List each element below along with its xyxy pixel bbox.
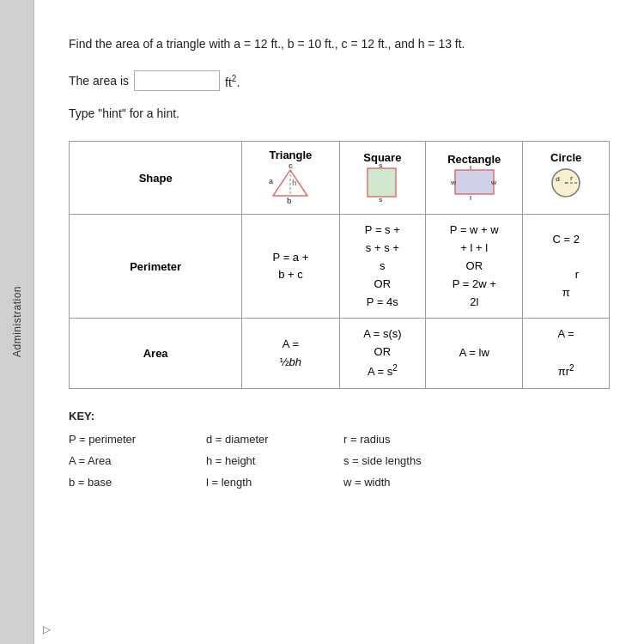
square-perimeter: P = s +s + s +sORP = 4s xyxy=(339,215,426,319)
col-circle-header: Circle r d xyxy=(523,142,610,215)
svg-text:s: s xyxy=(379,164,383,169)
svg-text:r: r xyxy=(570,174,573,182)
circle-perimeter: C = 2 rπ xyxy=(523,215,610,319)
svg-text:l: l xyxy=(470,166,471,171)
svg-text:s: s xyxy=(379,196,383,203)
svg-text:c: c xyxy=(289,161,293,170)
answer-label: The area is xyxy=(69,74,129,88)
problem-text: Find the area of a triangle with a = 12 … xyxy=(69,34,610,53)
key-area: A = Area xyxy=(69,451,206,472)
area-row: Area A = ½bh A = s(s)ORA = s2 A = lw xyxy=(70,319,610,389)
rectangle-perimeter: P = w + w+ l + lORP = 2w +2l xyxy=(426,215,523,319)
svg-text:w: w xyxy=(451,179,457,186)
answer-row: The area is ft2. xyxy=(69,70,610,91)
circle-area: A =πr2 xyxy=(523,319,610,389)
key-section: KEY: P = perimeter d = diameter r = radi… xyxy=(69,406,610,493)
page-nav-arrow[interactable]: ▷ xyxy=(43,623,51,635)
main-content: Find the area of a triangle with a = 12 … xyxy=(34,0,644,644)
col-triangle-header: Triangle a c b h xyxy=(242,142,339,215)
key-title: KEY: xyxy=(69,406,610,426)
circle-shape-icon: r d xyxy=(547,164,586,203)
key-width: w = width xyxy=(343,472,498,494)
rectangle-shape-icon: l l w w xyxy=(451,166,498,200)
col-rectangle-header: Rectangle l l w w xyxy=(426,142,523,215)
key-diameter: d = diameter xyxy=(206,429,343,451)
key-side: s = side lengths xyxy=(343,451,498,472)
key-height: h = height xyxy=(206,451,343,472)
square-shape-icon: s s xyxy=(363,164,402,203)
answer-unit: ft2. xyxy=(225,74,240,89)
sidebar-label: Administration xyxy=(11,286,23,357)
key-base: b = base xyxy=(69,472,206,494)
rectangle-area: A = lw xyxy=(426,319,523,389)
col-shape-header: Shape xyxy=(70,142,242,215)
nav-icon[interactable]: ▷ xyxy=(43,623,51,635)
answer-input[interactable] xyxy=(134,70,220,91)
key-grid: P = perimeter d = diameter r = radius A … xyxy=(69,429,610,493)
svg-text:d: d xyxy=(556,175,560,183)
triangle-area: A = ½bh xyxy=(242,319,339,389)
perimeter-row: Perimeter P = a +b + c P = s +s + s +sOR… xyxy=(70,215,610,319)
square-area: A = s(s)ORA = s2 xyxy=(339,319,426,389)
svg-text:l: l xyxy=(470,194,471,200)
hint-prompt: Type "hint" for a hint. xyxy=(69,106,610,120)
key-length: l = length xyxy=(206,472,343,494)
key-perimeter: P = perimeter xyxy=(69,429,206,451)
reference-table: Shape Triangle a c b h xyxy=(69,141,610,389)
triangle-perimeter: P = a +b + c xyxy=(242,215,339,319)
sidebar: Administration xyxy=(0,0,34,644)
svg-text:h: h xyxy=(292,179,297,187)
svg-text:b: b xyxy=(287,197,292,204)
area-label: Area xyxy=(70,319,242,389)
svg-text:a: a xyxy=(269,177,274,185)
svg-rect-6 xyxy=(368,168,396,197)
svg-rect-9 xyxy=(455,170,494,194)
triangle-shape-icon: a c b h xyxy=(264,161,316,204)
col-square-header: Square s s xyxy=(339,142,426,215)
svg-text:w: w xyxy=(490,179,497,186)
key-radius: r = radius xyxy=(343,429,498,451)
perimeter-label: Perimeter xyxy=(70,215,242,319)
